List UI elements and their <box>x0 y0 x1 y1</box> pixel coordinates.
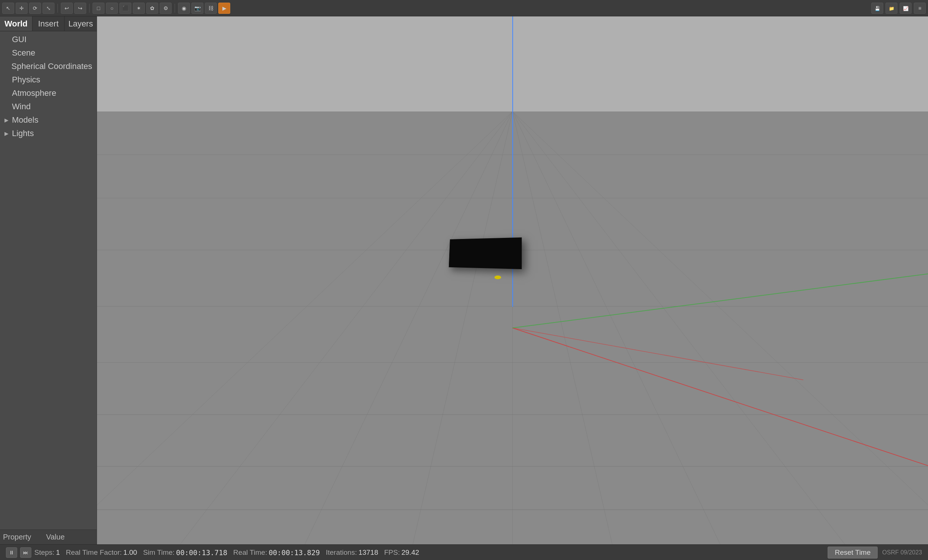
svg-line-19 <box>513 263 928 328</box>
pause-icon: ⏸ <box>9 549 14 555</box>
light-btn[interactable]: ◉ <box>178 3 190 14</box>
iterations-value: 13718 <box>359 548 379 557</box>
fps-value: 29.42 <box>401 548 420 557</box>
tree-item-models[interactable]: ▶ Models <box>0 113 97 127</box>
sim-time-label: Sim Time: <box>143 548 174 557</box>
main-toolbar: ⟳ ⤡ ⬛ ✶ ✿ ⚙ ◉ 📷 ⛓ ▶ <box>0 0 928 17</box>
stats-btn[interactable] <box>900 3 911 14</box>
rect-tool-btn[interactable] <box>93 3 104 14</box>
light-icon: ◉ <box>182 5 186 11</box>
pause-btn[interactable]: ⏸ <box>6 547 17 558</box>
status-bar: ⏸ ⏭ Steps: 1 Real Time Factor: 1.00 Sim … <box>0 544 928 560</box>
svg-line-17 <box>513 328 928 479</box>
steps-value: 1 <box>56 548 60 557</box>
redo-icon <box>78 5 82 11</box>
cube-icon: ⬛ <box>122 5 129 11</box>
steps-label: Steps: <box>34 548 55 557</box>
extra-icon: ⚙ <box>163 5 168 11</box>
tab-world[interactable]: World <box>0 17 32 31</box>
circle-tool-btn[interactable] <box>106 3 118 14</box>
open-btn[interactable] <box>885 3 897 14</box>
tree-item-lights[interactable]: ▶ Lights <box>0 127 97 140</box>
svg-line-18 <box>513 328 803 380</box>
fps-label: FPS: <box>384 548 400 557</box>
reset-time-button[interactable]: Reset Time <box>827 546 878 558</box>
step-icon: ⏭ <box>23 549 28 555</box>
tree-tool-btn[interactable]: ✿ <box>146 3 158 14</box>
more-icon <box>918 5 921 11</box>
value-label: Value <box>46 533 65 541</box>
tree-item-spherical[interactable]: Spherical Coordinates <box>0 60 97 73</box>
window-controls <box>871 3 926 14</box>
rotate-tool-btn[interactable]: ⟳ <box>29 3 41 14</box>
sun-tool-btn[interactable]: ✶ <box>133 3 145 14</box>
graph-icon <box>903 5 908 11</box>
tree-icon: ✿ <box>150 5 154 11</box>
save-icon <box>875 5 880 11</box>
tab-insert[interactable]: Insert <box>32 17 65 31</box>
link-icon: ⛓ <box>208 5 214 11</box>
3d-box-object[interactable] <box>449 237 522 269</box>
toolbar-sep-3 <box>175 4 175 13</box>
iterations-label: Iterations: <box>326 548 357 557</box>
svg-line-16 <box>513 111 928 544</box>
real-time-label: Real Time: <box>233 548 267 557</box>
tree-item-atmosphere[interactable]: Atmosphere <box>0 87 97 100</box>
undo-icon <box>64 5 69 11</box>
realtime-factor-label: Real Time Factor: <box>66 548 122 557</box>
sim-time-value: 00:00:13.718 <box>176 548 227 557</box>
step-btn[interactable]: ⏭ <box>20 547 31 558</box>
sidebar-tree: GUI Scene Spherical Coordinates Physics … <box>0 31 97 530</box>
viewport[interactable] <box>97 17 928 544</box>
tree-item-physics[interactable]: Physics <box>0 73 97 87</box>
circle-icon <box>110 5 113 11</box>
svg-line-8 <box>97 111 512 544</box>
arrow-lights: ▶ <box>5 131 10 137</box>
tree-label-wind: Wind <box>12 102 31 111</box>
run-btn[interactable]: ▶ <box>218 3 230 14</box>
tree-item-wind[interactable]: Wind <box>0 100 97 113</box>
toolbar-sep-1 <box>58 4 58 13</box>
tree-label-spherical: Spherical Coordinates <box>12 61 92 71</box>
scale-tool-btn[interactable]: ⤡ <box>43 3 55 14</box>
tree-item-scene[interactable]: Scene <box>0 46 97 60</box>
svg-line-10 <box>305 111 513 544</box>
sidebar: World Insert Layers GUI Scene Spherical … <box>0 17 97 544</box>
move-icon <box>20 5 24 11</box>
save-btn[interactable] <box>871 3 883 14</box>
folder-icon <box>889 5 894 11</box>
svg-line-14 <box>513 111 720 544</box>
yellow-dot-marker <box>495 275 501 279</box>
run-icon: ▶ <box>222 5 226 11</box>
cube-tool-btn[interactable]: ⬛ <box>119 3 131 14</box>
sun-icon: ✶ <box>137 5 141 11</box>
more-btn[interactable] <box>914 3 926 14</box>
redo-btn[interactable] <box>74 3 86 14</box>
undo-btn[interactable] <box>61 3 73 14</box>
rotate-icon: ⟳ <box>33 5 37 11</box>
sidebar-tabs: World Insert Layers <box>0 17 97 31</box>
move-tool-btn[interactable] <box>16 3 27 14</box>
property-label: Property <box>3 533 31 541</box>
tree-label-atmosphere: Atmosphere <box>12 88 56 98</box>
link-btn[interactable]: ⛓ <box>205 3 217 14</box>
tree-item-gui[interactable]: GUI <box>0 33 97 46</box>
tree-label-scene: Scene <box>12 48 35 58</box>
tree-label-gui: GUI <box>12 35 26 44</box>
rect-icon <box>97 5 100 11</box>
main-area: World Insert Layers GUI Scene Spherical … <box>0 17 928 544</box>
tree-label-lights: Lights <box>12 129 34 138</box>
camera-btn[interactable]: 📷 <box>191 3 203 14</box>
property-panel: Property Value <box>0 530 97 544</box>
real-time-value: 00:00:13.829 <box>269 548 320 557</box>
camera-icon: 📷 <box>194 5 201 11</box>
scale-icon: ⤡ <box>46 5 51 11</box>
tab-layers[interactable]: Layers <box>64 17 97 31</box>
extra-tool-btn[interactable]: ⚙ <box>160 3 172 14</box>
cursor-icon <box>6 5 11 11</box>
cursor-tool-btn[interactable] <box>2 3 14 14</box>
tree-label-models: Models <box>12 115 38 125</box>
copyright-text: OSRF 09/2023 <box>882 549 922 556</box>
realtime-factor-value: 1.00 <box>123 548 137 557</box>
arrow-models: ▶ <box>5 117 10 123</box>
